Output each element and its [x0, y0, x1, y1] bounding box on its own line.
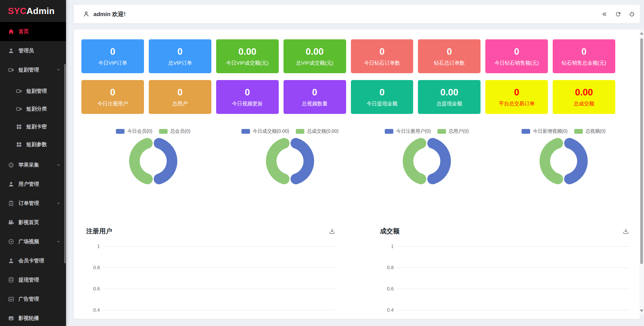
- y-axis-tick: 0.4: [380, 307, 394, 313]
- refresh-icon[interactable]: [615, 11, 621, 17]
- gridline: [103, 289, 336, 289]
- stat-card: 0今日视频更新: [216, 80, 279, 114]
- stat-label: 总用户: [172, 101, 188, 106]
- home-icon: [8, 29, 14, 35]
- sidebar-item-label: 广场视频: [18, 238, 56, 245]
- sidebar-item-home[interactable]: 首页: [0, 22, 66, 41]
- donut-chart-members: 今日会员(0) 总会员(0): [85, 128, 222, 188]
- stat-card: 0钻石销售总金额(元): [553, 39, 615, 73]
- chart-header: 注册用户: [86, 227, 336, 235]
- page-scrollbar-thumb[interactable]: [640, 38, 643, 264]
- member-card-icon: [8, 258, 14, 264]
- stat-value: 0: [514, 88, 519, 97]
- legend-swatch: [159, 129, 168, 134]
- stat-value: 0: [379, 47, 384, 56]
- gridline: [103, 246, 336, 247]
- double-chevron-left-icon[interactable]: [601, 11, 608, 17]
- chart-plot-area: 1 0.8 0.6 0.4: [380, 245, 629, 312]
- stat-card-grid: 0今日VIP订单 0总VIP订单 0.00今日VIP成交额(元) 0.00总VI…: [74, 29, 640, 114]
- download-icon[interactable]: [622, 228, 629, 235]
- page-scrollbar[interactable]: [640, 29, 644, 315]
- grid-icon: [16, 124, 22, 130]
- chevron-down-icon: [56, 239, 61, 244]
- dashboard-panel: 0今日VIP订单 0总VIP订单 0.00今日VIP成交额(元) 0.00总VI…: [74, 29, 640, 319]
- stat-value: 0: [447, 47, 452, 56]
- y-axis-tick: 0.6: [86, 286, 100, 291]
- sidebar-item-label: 首页: [18, 28, 61, 35]
- download-icon[interactable]: [329, 228, 336, 235]
- sidebar-item-label: 短剧参数: [26, 141, 61, 148]
- gridline: [103, 310, 336, 310]
- sidebar-item-member-card[interactable]: 会员卡管理: [0, 251, 66, 270]
- stat-value: 0: [312, 88, 317, 97]
- sidebar-item-label: 短剧分类: [26, 106, 61, 112]
- sidebar-subitem-short-drama-params[interactable]: 短剧参数: [0, 135, 66, 153]
- sidebar-item-label: 管理员: [18, 48, 61, 54]
- sidebar-item-movie-home[interactable]: 影视首页: [0, 213, 66, 232]
- sidebar-item-label: 订单管理: [18, 200, 56, 207]
- clipboard-icon: [8, 200, 14, 206]
- stat-value: 0.00: [238, 47, 257, 56]
- legend-swatch: [437, 129, 446, 134]
- stat-card: 0平台总交易订单: [485, 80, 548, 114]
- stat-card: 0今日VIP订单: [81, 39, 144, 73]
- chart-title: 成交额: [380, 227, 399, 236]
- sidebar-item-short-drama-group[interactable]: 短剧管理: [0, 60, 66, 79]
- sidebar-item-apple-collect[interactable]: 苹果采集: [0, 155, 66, 174]
- sidebar-item-user-manage[interactable]: 用户管理: [0, 174, 66, 194]
- stat-value: 0.00: [575, 88, 593, 97]
- y-axis-tick: 0.8: [380, 265, 394, 270]
- gridline: [397, 246, 629, 247]
- stat-label: 今日VIP订单: [98, 60, 127, 65]
- stat-label: 总VIP订单: [168, 60, 192, 65]
- sidebar-subitem-short-drama-cardkey[interactable]: 短剧卡密: [0, 118, 66, 135]
- legend-swatch: [296, 129, 304, 134]
- stat-label: 今日钻石订单数: [364, 60, 400, 65]
- stat-value: 0: [178, 47, 183, 56]
- sidebar-item-label: 短剧卡密: [26, 123, 61, 130]
- legend-swatch: [116, 129, 124, 134]
- legend-swatch: [241, 129, 250, 134]
- sidebar-item-order-manage[interactable]: 订单管理: [0, 194, 66, 213]
- sidebar-item-label: 用户管理: [18, 181, 61, 187]
- main-area: admin 欢迎! 0今日VIP订单 0总VIP订单 0.00今日VIP成交额(…: [74, 5, 640, 319]
- sidebar-item-ad-manage[interactable]: 广告管理: [0, 289, 66, 309]
- sidebar-item-label: 提现管理: [18, 277, 61, 283]
- sidebar-item-withdraw-manage[interactable]: 提现管理: [0, 270, 66, 289]
- power-icon[interactable]: [629, 11, 635, 17]
- play-circle-icon: [8, 239, 14, 245]
- video-icon: [8, 67, 14, 73]
- donut-chart-videos: 今日新增视频(0) 总视频(0): [495, 128, 632, 188]
- stat-value: 0.00: [441, 88, 459, 97]
- stat-value: 0: [245, 88, 250, 97]
- gridline: [397, 289, 629, 289]
- ad-image-icon: [8, 296, 14, 302]
- sidebar-item-admins[interactable]: 管理员: [0, 41, 66, 60]
- person-icon: [83, 11, 90, 17]
- carousel-image-icon: [8, 315, 14, 321]
- sidebar-item-label: 影视首页: [18, 219, 61, 226]
- stat-label: 今日视频更新: [232, 101, 263, 106]
- donut-ring: [536, 134, 591, 188]
- chart-revenue: 成交额 1 0.8 0.6 0.4: [380, 227, 629, 319]
- donut-ring: [263, 134, 317, 188]
- sidebar-item-movie-carousel[interactable]: 影视轮播: [0, 309, 66, 326]
- app-root: SYCAdmin 首页 管理员 短剧管理: [0, 0, 644, 326]
- aim-icon: [8, 162, 14, 168]
- video-icon: [16, 106, 22, 112]
- stat-value: 0: [178, 88, 183, 97]
- sidebar-item-label: 苹果采集: [18, 162, 56, 168]
- sidebar-item-plaza-video[interactable]: 广场视频: [0, 232, 66, 251]
- y-axis-tick: 1: [86, 244, 100, 249]
- chevron-down-icon: [56, 201, 61, 205]
- sidebar-subitem-short-drama-category[interactable]: 短剧分类: [0, 100, 66, 118]
- stat-label: 总提现金额: [436, 101, 462, 106]
- topbar-actions: [601, 11, 635, 17]
- sidebar-scrollbar-thumb[interactable]: [64, 64, 66, 263]
- y-axis-tick: 0.6: [380, 286, 394, 291]
- sidebar-subitem-short-drama-manage[interactable]: 短剧管理: [0, 82, 66, 100]
- gridline: [103, 268, 336, 268]
- scroll-up-arrow-icon[interactable]: [640, 32, 643, 35]
- scroll-down-arrow-icon[interactable]: [640, 310, 643, 312]
- stat-card: 0.00今日VIP成交额(元): [216, 39, 279, 73]
